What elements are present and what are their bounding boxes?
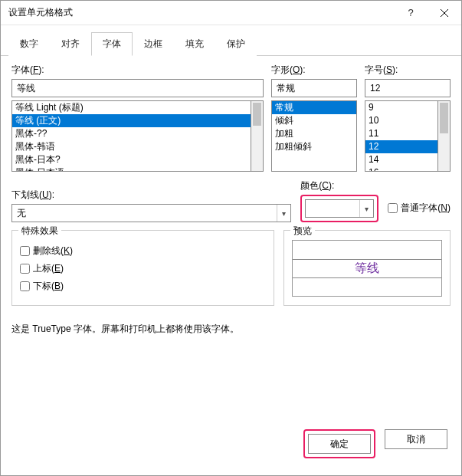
- preview-label: 预览: [290, 225, 315, 238]
- list-item[interactable]: 11: [365, 127, 437, 140]
- list-item[interactable]: 10: [365, 114, 437, 127]
- size-scrollbar[interactable]: [438, 100, 451, 172]
- font-label: 字体(F):: [11, 64, 264, 77]
- list-item[interactable]: 等线 Light (标题): [12, 101, 251, 114]
- strikethrough-checkbox[interactable]: 删除线(K): [20, 245, 266, 258]
- list-item[interactable]: 9: [365, 101, 437, 114]
- effects-group: 特殊效果 删除线(K) 上标(E) 下标(B): [11, 230, 274, 306]
- footer: 确定 取消: [1, 419, 461, 475]
- list-item[interactable]: 黑体-日本语: [12, 166, 251, 172]
- close-button[interactable]: [428, 2, 461, 25]
- color-label: 颜色(C):: [300, 179, 378, 192]
- list-item[interactable]: 12: [365, 140, 437, 153]
- font-list[interactable]: 等线 Light (标题) 等线 (正文) 黑体-?? 黑体-韩语 黑体-日本?…: [11, 100, 251, 172]
- content-area: 字体(F): 等线 Light (标题) 等线 (正文) 黑体-?? 黑体-韩语…: [1, 56, 461, 419]
- tab-alignment[interactable]: 对齐: [50, 32, 91, 56]
- list-item[interactable]: 加粗: [272, 127, 356, 140]
- close-icon: [441, 9, 448, 17]
- tab-number[interactable]: 数字: [8, 32, 50, 56]
- list-item[interactable]: 14: [365, 153, 437, 166]
- font-scrollbar[interactable]: [251, 100, 264, 172]
- font-input[interactable]: [11, 79, 264, 97]
- list-item[interactable]: 16: [365, 166, 437, 172]
- effects-label: 特殊效果: [18, 225, 61, 238]
- ok-button[interactable]: 确定: [308, 434, 371, 454]
- list-item[interactable]: 倾斜: [272, 114, 356, 127]
- style-list[interactable]: 常规 倾斜 加粗 加粗倾斜: [271, 100, 357, 172]
- underline-value: 无: [12, 207, 277, 220]
- superscript-checkbox[interactable]: 上标(E): [20, 262, 266, 275]
- preview-text: 等线: [347, 261, 387, 277]
- list-item[interactable]: 黑体-韩语: [12, 140, 251, 153]
- footnote: 这是 TrueType 字体。屏幕和打印机上都将使用该字体。: [11, 323, 451, 336]
- style-input[interactable]: [271, 79, 357, 97]
- style-label: 字形(O):: [271, 64, 357, 77]
- tab-border[interactable]: 边框: [133, 32, 174, 56]
- preview-box: 等线: [292, 240, 442, 297]
- underline-label: 下划线(U):: [11, 189, 291, 202]
- list-item[interactable]: 黑体-日本?: [12, 153, 251, 166]
- window-title: 设置单元格格式: [8, 6, 394, 19]
- subscript-checkbox[interactable]: 下标(B): [20, 280, 266, 293]
- list-item[interactable]: 常规: [272, 101, 356, 114]
- list-item[interactable]: 加粗倾斜: [272, 140, 356, 153]
- normal-font-checkbox[interactable]: 普通字体(N): [388, 202, 451, 215]
- size-input[interactable]: [365, 79, 451, 97]
- tab-font[interactable]: 字体: [91, 32, 133, 56]
- chevron-down-icon[interactable]: ▾: [277, 205, 290, 222]
- help-button[interactable]: ?: [394, 2, 428, 25]
- titlebar: 设置单元格格式 ?: [1, 1, 461, 25]
- size-label: 字号(S):: [365, 64, 451, 77]
- list-item[interactable]: 等线 (正文): [12, 114, 251, 127]
- tab-fill[interactable]: 填充: [174, 32, 215, 56]
- cancel-button[interactable]: 取消: [385, 429, 447, 449]
- size-list[interactable]: 9 10 11 12 14 16: [365, 100, 438, 172]
- tab-strip: 数字 对齐 字体 边框 填充 保护: [1, 25, 461, 56]
- underline-combo[interactable]: 无 ▾: [11, 204, 291, 222]
- chevron-down-icon[interactable]: ▾: [359, 200, 373, 217]
- color-combo[interactable]: ▾: [305, 199, 374, 218]
- tab-protection[interactable]: 保护: [215, 32, 257, 56]
- preview-group: 预览 等线: [283, 230, 451, 306]
- list-item[interactable]: 黑体-??: [12, 127, 251, 140]
